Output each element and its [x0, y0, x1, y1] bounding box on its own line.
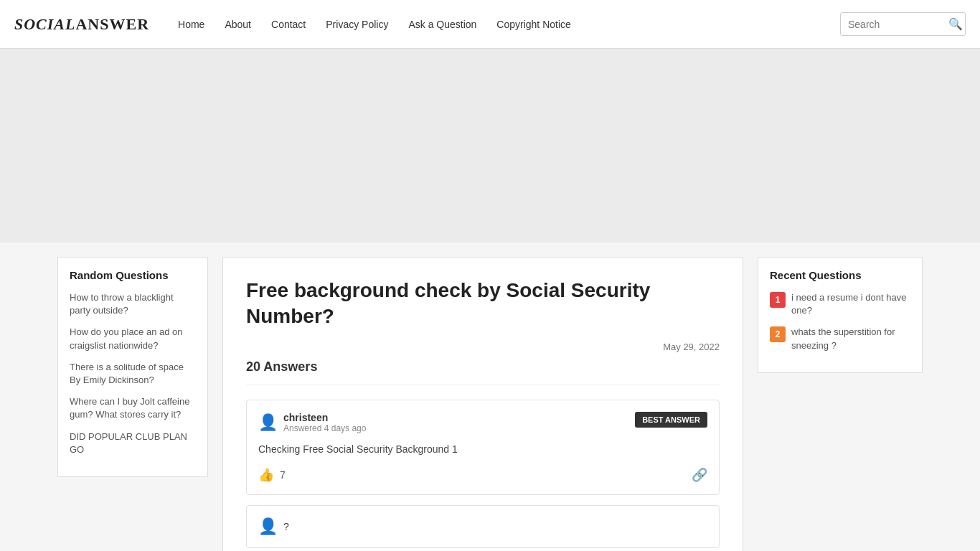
recent-questions-title: Recent Questions: [770, 269, 910, 281]
sidebar-link-4[interactable]: Where can I buy Jolt caffeine gum? What …: [70, 395, 196, 421]
recent-link-2[interactable]: whats the superstition for sneezing ?: [791, 326, 910, 352]
question-title: Free background check by Social Security…: [246, 278, 720, 330]
sidebar-title: Random Questions: [70, 269, 196, 281]
like-section: 👍 7: [258, 467, 286, 483]
recent-questions-box: Recent Questions 1 i need a resume i don…: [758, 257, 923, 373]
answer-meta: christeen Answered 4 days ago: [283, 412, 366, 433]
recent-item-1: 1 i need a resume i dont have one?: [770, 291, 910, 317]
recent-item-2: 2 whats the superstition for sneezing ?: [770, 326, 910, 352]
recent-number-2: 2: [770, 326, 786, 342]
content-area: Free background check by Social Security…: [222, 257, 743, 551]
answer-user: 👤 christeen Answered 4 days ago: [258, 412, 366, 433]
user-avatar-icon-2: 👤: [258, 517, 278, 536]
search-icon: 🔍: [948, 18, 963, 30]
answer-card-best: 👤 christeen Answered 4 days ago BEST ANS…: [246, 400, 720, 495]
nav-contact[interactable]: Contact: [271, 19, 306, 30]
user-avatar-icon: 👤: [258, 413, 278, 432]
search-container: 🔍: [840, 12, 966, 36]
sidebar-link-2[interactable]: How do you place an ad on craigslist nat…: [70, 326, 196, 352]
partial-user: 👤 ?: [258, 517, 707, 536]
main-layout: Random Questions How to throw a blacklig…: [0, 242, 980, 551]
logo-answer: Answer: [75, 15, 149, 33]
sidebar-link-5[interactable]: DID POPULAR CLUB PLAN GO: [70, 430, 196, 456]
nav-privacy-policy[interactable]: Privacy Policy: [326, 19, 388, 30]
site-logo[interactable]: SocialAnswer: [14, 15, 149, 34]
answer-card-second: 👤 ?: [246, 505, 720, 548]
sidebar-link-3[interactable]: There is a solitude of space By Emily Di…: [70, 361, 196, 387]
answer-header: 👤 christeen Answered 4 days ago BEST ANS…: [258, 412, 707, 433]
recent-link-1[interactable]: i need a resume i dont have one?: [791, 291, 910, 317]
answer-footer: 👍 7 🔗: [258, 467, 707, 483]
like-count: 7: [280, 469, 286, 481]
search-input[interactable]: [848, 19, 948, 30]
sidebar: Random Questions How to throw a blacklig…: [57, 257, 208, 477]
thumbs-up-icon[interactable]: 👍: [258, 467, 274, 483]
banner-ad: [0, 49, 980, 242]
main-nav: Home About Contact Privacy Policy Ask a …: [178, 19, 840, 30]
nav-about[interactable]: About: [225, 19, 251, 30]
answers-count: 20 Answers: [246, 359, 720, 385]
nav-home[interactable]: Home: [178, 19, 204, 30]
link-share-icon[interactable]: 🔗: [692, 467, 707, 483]
recent-number-1: 1: [770, 292, 786, 308]
header: SocialAnswer Home About Contact Privacy …: [0, 0, 980, 49]
nav-copyright-notice[interactable]: Copyright Notice: [496, 19, 571, 30]
question-date: May 29, 2022: [246, 342, 720, 352]
logo-social: Social: [14, 15, 75, 33]
search-button[interactable]: 🔍: [948, 17, 963, 31]
best-answer-badge: BEST ANSWER: [635, 412, 707, 428]
right-sidebar: Recent Questions 1 i need a resume i don…: [758, 257, 923, 551]
answer-time: Answered 4 days ago: [283, 423, 366, 433]
answer-username: christeen: [283, 412, 366, 423]
nav-ask-question[interactable]: Ask a Question: [408, 19, 476, 30]
second-answer-username: ?: [283, 521, 289, 532]
sidebar-link-1[interactable]: How to throw a blacklight party outside?: [70, 291, 196, 317]
answer-body: Checking Free Social Security Background…: [258, 442, 707, 457]
